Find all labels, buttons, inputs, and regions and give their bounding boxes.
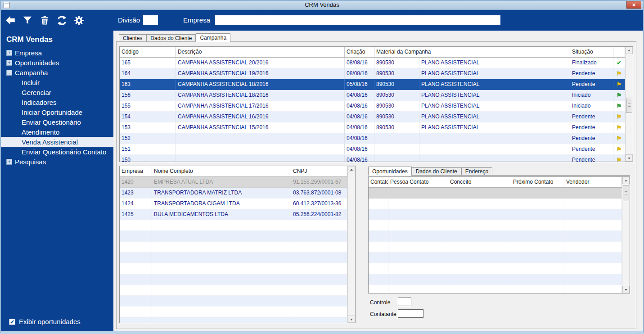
sidebar-item-campanha[interactable]: - Campanha xyxy=(0,68,113,77)
table-row-empty[interactable] xyxy=(369,285,630,293)
refresh-button[interactable] xyxy=(55,12,68,28)
scroll-down-icon[interactable] xyxy=(626,154,633,162)
tab-clientes[interactable]: Clientes xyxy=(119,34,146,41)
table-row[interactable]: 1423 TRANSPORTADORA MATRIZ LTDA 03.763.8… xyxy=(120,188,355,199)
settings-button[interactable] xyxy=(72,12,86,28)
table-row[interactable]: 1425 BULA MEDICAMENTOS LTDA 05.256.224/0… xyxy=(120,209,355,220)
header-cnpj[interactable]: CNPJ xyxy=(291,166,347,176)
table-row-empty[interactable] xyxy=(120,220,355,231)
scroll-up-icon[interactable] xyxy=(348,166,355,173)
delete-button[interactable] xyxy=(38,12,51,28)
table-row-current[interactable]: 1420 EMPRESA ATUAL LTDA 91.155.259/0001-… xyxy=(120,177,355,188)
campaign-table-scrollbar[interactable] xyxy=(625,47,633,162)
table-row-empty[interactable] xyxy=(369,220,630,231)
table-row[interactable]: 153 CAMPANHA ASSISTENCIAL 15/2016 04/08/… xyxy=(120,122,633,133)
status-flag-icon: ⚑ xyxy=(617,103,622,109)
header-vendedor[interactable]: Vendedor xyxy=(564,177,622,187)
table-row[interactable]: 150 04/08/16 Pendente ⚑ xyxy=(120,155,633,162)
table-row[interactable]: 1424 TRANSPORTADORA CIGAM LTDA 60.412.32… xyxy=(120,199,355,209)
status-flag-icon: ⚑ xyxy=(617,70,622,77)
header-nome-completo[interactable]: Nome Completo xyxy=(152,166,291,176)
tab-oportunidades[interactable]: Oportunidades xyxy=(368,167,412,176)
division-label: Divisão xyxy=(118,10,140,31)
expand-plus-icon[interactable]: + xyxy=(6,50,12,56)
back-button[interactable] xyxy=(4,12,17,28)
opportunities-table-header: Contato Pessoa Contato Conceito Próximo … xyxy=(369,177,630,188)
title-bar[interactable]: CRM Vendas × xyxy=(0,0,644,10)
tab-campanha[interactable]: Campanha xyxy=(196,33,230,42)
company-table-scrollbar[interactable] xyxy=(347,166,355,323)
controle-input[interactable] xyxy=(398,298,411,306)
table-row-empty[interactable] xyxy=(369,253,630,263)
scroll-down-icon[interactable] xyxy=(348,316,355,323)
sidebar-item-enviar-questionario[interactable]: Enviar Questionário xyxy=(0,117,113,127)
sidebar-item-atendimento[interactable]: Atendimento xyxy=(0,127,113,137)
sidebar-item-iniciar-oportunidade[interactable]: Iniciar Oportunidade xyxy=(0,107,113,117)
scrollbar-thumb[interactable] xyxy=(623,185,629,201)
table-row[interactable]: 152 04/08/16 Pendente ⚑ xyxy=(120,133,633,144)
header-material[interactable]: Material da Campanha xyxy=(374,47,570,57)
back-arrow-icon xyxy=(5,14,16,26)
status-flag-icon: ⚑ xyxy=(617,113,622,120)
table-row-empty[interactable] xyxy=(120,231,355,242)
header-situacao[interactable]: Situação xyxy=(570,47,613,57)
scroll-up-icon[interactable] xyxy=(626,47,633,54)
table-row-empty[interactable] xyxy=(369,263,630,274)
table-row-empty[interactable] xyxy=(120,296,355,307)
exibir-oportunidades-label: Exibir oportunidades xyxy=(19,318,81,325)
sidebar-item-empresa[interactable]: + Empresa xyxy=(0,48,113,58)
tab-dados-do-cliente[interactable]: Dados do Cliente xyxy=(146,34,196,41)
table-row[interactable]: 155 CAMPANHA ASSISTENCIAL 17/2016 04/08/… xyxy=(120,101,633,112)
header-pessoa-contato[interactable]: Pessoa Contato xyxy=(388,177,448,187)
tab-endereco[interactable]: Endereço xyxy=(461,167,492,175)
table-row-empty[interactable] xyxy=(369,242,630,253)
header-contato[interactable]: Contato xyxy=(369,177,388,187)
sidebar-item-oportunidades[interactable]: + Oportunidades xyxy=(0,58,113,68)
table-row[interactable]: 164 CAMPANHA ASSISTENCIAL 19/2016 08/08/… xyxy=(120,68,633,79)
opportunities-table-scrollbar[interactable] xyxy=(622,177,630,293)
table-row-empty[interactable] xyxy=(120,242,355,253)
sidebar-item-gerenciar[interactable]: Gerenciar xyxy=(0,87,113,97)
header-conceito[interactable]: Conceito xyxy=(448,177,511,187)
division-input[interactable] xyxy=(143,15,158,25)
sidebar-item-indicadores[interactable]: Indicadores xyxy=(0,97,113,107)
header-empresa[interactable]: Empresa xyxy=(120,166,152,176)
header-proximo-contato[interactable]: Próximo Contato xyxy=(511,177,564,187)
sidebar-item-pesquisas[interactable]: + Pesquisas xyxy=(0,157,113,167)
checkbox-checked-icon[interactable]: ✔ xyxy=(9,319,15,325)
header-descricao[interactable]: Descrição xyxy=(176,47,345,57)
company-input[interactable] xyxy=(215,15,500,25)
table-row[interactable]: 165 CAMPANHA ASSISTENCIAL 20/2016 08/08/… xyxy=(120,58,633,68)
table-row-empty[interactable] xyxy=(369,231,630,242)
header-codigo[interactable]: Código xyxy=(120,47,176,57)
table-row[interactable]: 154 CAMPANHA ASSISTENCIAL 16/2016 04/08/… xyxy=(120,112,633,122)
tab-dados-do-cliente-detail[interactable]: Dados do Cliente xyxy=(412,167,461,175)
expand-plus-icon[interactable]: + xyxy=(6,60,12,66)
table-row-empty[interactable] xyxy=(369,209,630,220)
contatante-input[interactable] xyxy=(398,309,423,318)
filter-button[interactable] xyxy=(21,12,34,28)
close-button[interactable]: × xyxy=(626,1,641,9)
status-flag-icon: ⚑ xyxy=(617,146,622,153)
sidebar-item-incluir[interactable]: Incluir xyxy=(0,77,113,87)
scroll-up-icon[interactable] xyxy=(622,177,630,184)
sidebar-item-venda-assistencial[interactable]: Venda Assistencial xyxy=(0,137,113,147)
table-row-empty[interactable] xyxy=(369,274,630,285)
scrollbar-thumb[interactable] xyxy=(626,98,632,113)
table-row-empty[interactable] xyxy=(120,285,355,296)
table-row-empty[interactable] xyxy=(120,317,355,323)
table-row-empty[interactable] xyxy=(369,199,630,209)
table-row-empty[interactable] xyxy=(120,263,355,274)
table-row[interactable]: 156 CAMPANHA ASSISTENCIAL 18/2016 04/08/… xyxy=(120,90,633,101)
header-criacao[interactable]: Criação xyxy=(345,47,374,57)
table-row-empty[interactable] xyxy=(369,188,630,199)
expand-plus-icon[interactable]: + xyxy=(6,159,12,165)
table-row[interactable]: 151 04/08/16 Pendente ⚑ xyxy=(120,144,633,155)
scroll-down-icon[interactable] xyxy=(622,286,630,293)
table-row-empty[interactable] xyxy=(120,274,355,285)
table-row-empty[interactable] xyxy=(120,253,355,263)
table-row-empty[interactable] xyxy=(120,307,355,317)
collapse-minus-icon[interactable]: - xyxy=(6,70,12,76)
sidebar-item-enviar-questionario-contato[interactable]: Enviar Questionário Contato xyxy=(0,147,113,157)
table-row-selected[interactable]: 163 CAMPANHA ASSISTENCIAL 18/2016 05/08/… xyxy=(120,79,633,90)
